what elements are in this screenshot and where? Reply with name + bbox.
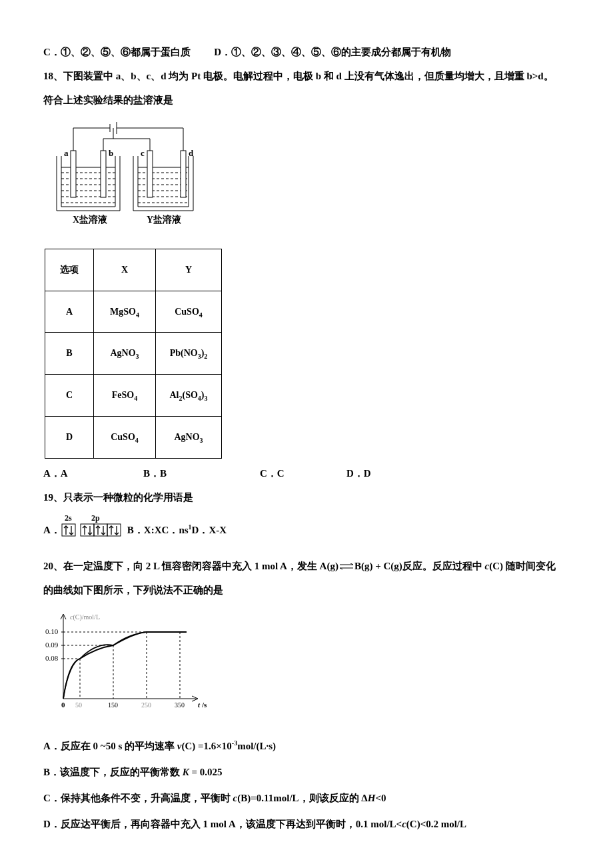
- beaker-x-label: X盐溶液: [73, 214, 108, 225]
- q19-option-d: D．X-X: [192, 518, 227, 542]
- concentration-time-chart: c(C)/mol/L 0.10 0.09 0.08 0 50 150 250 3…: [43, 609, 570, 724]
- q20-stem-line1: 20、在一定温度下，向 2 L 恒容密闭容器中充入 1 mol A，发生 A(g…: [43, 554, 570, 578]
- svg-rect-12: [101, 151, 106, 197]
- q19-stem: 19、只表示一种微粒的化学用语是: [43, 485, 570, 509]
- orbital-2s-label: 2s: [65, 513, 72, 523]
- equilibrium-arrow-icon: [338, 563, 354, 570]
- cell-y: AgNO3: [156, 416, 222, 458]
- q18-option-c: C．C: [260, 461, 346, 485]
- svg-rect-24: [94, 524, 107, 536]
- q19-option-a-label: A．: [43, 518, 61, 542]
- cell-y: Al2(SO4)3: [156, 375, 222, 417]
- q17-option-c: C．①、②、⑤、⑥都属于蛋白质: [43, 47, 191, 57]
- svg-rect-11: [71, 151, 76, 197]
- cell-x: AgNO3: [94, 333, 156, 375]
- electrolysis-apparatus-figure: a b c d X盐溶液 Y盐溶液: [43, 117, 570, 246]
- chart-x-label: t/s: [198, 701, 207, 709]
- table-header-x: X: [94, 249, 156, 291]
- cell-x: FeSO4: [94, 375, 156, 417]
- svg-rect-20: [147, 151, 153, 197]
- cell-opt: B: [45, 333, 94, 375]
- cell-y: Pb(NO3)2: [156, 333, 222, 375]
- q17-option-d: D．①、②、③、④、⑤、⑥的主要成分都属于有机物: [214, 47, 451, 57]
- chart-xtick: 150: [108, 701, 118, 709]
- chart-y-label: c(C)/mol/L: [70, 613, 100, 621]
- svg-rect-23: [81, 524, 94, 536]
- chart-xtick: 350: [175, 701, 185, 709]
- electrode-b-label: b: [109, 148, 113, 158]
- q18-option-a: A．A: [43, 461, 143, 485]
- chart-xtick: 250: [141, 701, 151, 709]
- chart-xtick: 0: [61, 701, 65, 709]
- table-row: 选项 X Y: [45, 249, 222, 291]
- chart-ytick: 0.08: [45, 654, 59, 662]
- table-header-y: Y: [156, 249, 222, 291]
- q19-option-b: B．X:X: [127, 518, 162, 542]
- table-row: A MgSO4 CuSO4: [45, 291, 222, 333]
- electrode-a-label: a: [64, 148, 69, 158]
- cell-y: CuSO4: [156, 291, 222, 333]
- svg-rect-22: [62, 524, 75, 536]
- q18-option-b: B．B: [143, 461, 260, 485]
- table-row: B AgNO3 Pb(NO3)2: [45, 333, 222, 375]
- table-row: C FeSO4 Al2(SO4)3: [45, 375, 222, 417]
- chart-xtick: 50: [75, 701, 82, 709]
- q20-option-b: B．该温度下，反应的平衡常数 K = 0.025: [43, 759, 570, 785]
- q18-answer-options: A．A B．B C．C D．D: [43, 461, 570, 485]
- electrode-d-label: d: [189, 148, 194, 158]
- electrode-c-label: c: [141, 148, 145, 158]
- chart-ytick: 0.10: [45, 627, 59, 635]
- q18-options-table: 选项 X Y A MgSO4 CuSO4 B AgNO3 Pb(NO3)2 C …: [45, 249, 222, 459]
- cell-x: MgSO4: [94, 291, 156, 333]
- table-header-option: 选项: [45, 249, 94, 291]
- cell-opt: C: [45, 375, 94, 417]
- q20-option-c: C．保持其他条件不变，升高温度，平衡时 c(B)=0.11mol/L，则该反应的…: [43, 785, 570, 811]
- cell-opt: D: [45, 416, 94, 458]
- svg-rect-21: [181, 151, 186, 197]
- svg-rect-25: [107, 524, 121, 536]
- q18-stem-line1: 18、下图装置中 a、b、c、d 均为 Pt 电极。电解过程中，电极 b 和 d…: [43, 64, 570, 88]
- beaker-y-label: Y盐溶液: [147, 214, 182, 225]
- q20-stem-line2: 的曲线如下图所示，下列说法不正确的是: [43, 578, 570, 602]
- cell-opt: A: [45, 291, 94, 333]
- orbital-2p-label: 2p: [91, 513, 100, 523]
- q20-option-a: A．反应在 0 ~50 s 的平均速率 v(C) =1.6×10-3mol/(L…: [43, 733, 570, 759]
- orbital-diagram-icon: 2s 2p: [61, 513, 126, 547]
- table-row: D CuSO4 AgNO3: [45, 416, 222, 458]
- chart-ytick: 0.09: [45, 641, 59, 649]
- q18-stem-line2: 符合上述实验结果的盐溶液是: [43, 88, 570, 112]
- cell-x: CuSO4: [94, 416, 156, 458]
- q19-option-c: C．ns1: [162, 518, 192, 542]
- q20-option-d: D．反应达平衡后，再向容器中充入 1 mol A，该温度下再达到平衡时，0.1 …: [43, 811, 570, 837]
- q18-option-d: D．D: [346, 461, 371, 485]
